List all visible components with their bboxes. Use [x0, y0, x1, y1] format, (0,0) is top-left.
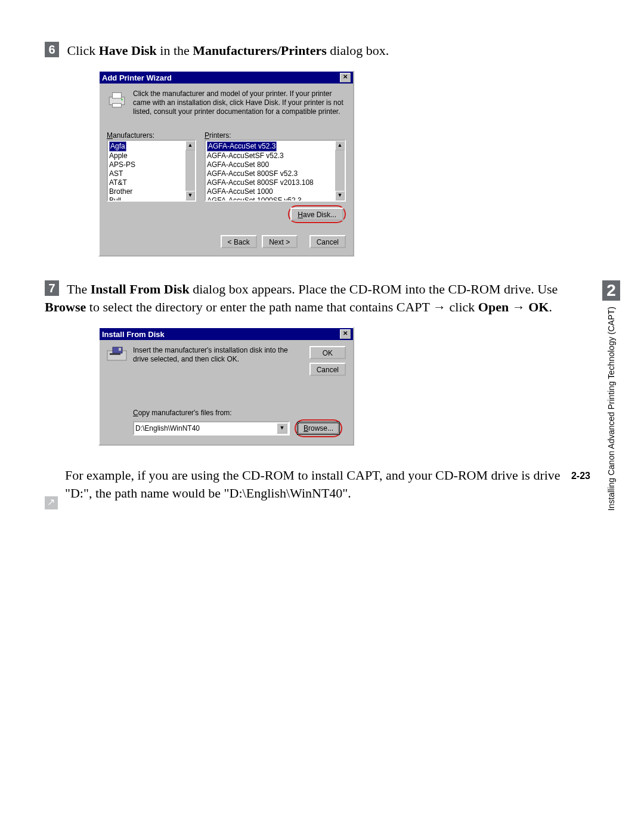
step-7-line: 7 The Install From Disk dialog box appea…	[45, 280, 572, 316]
copy-from-label: Copy manufacturer's files from:	[133, 409, 346, 417]
step-6-line: 6 Click Have Disk in the Manufacturers/P…	[45, 42, 572, 60]
printers-listbox[interactable]: AGFA-AccuSet v52.3 AGFA-AccuSetSF v52.3 …	[205, 140, 346, 202]
svg-rect-1	[113, 92, 122, 98]
side-chapter-tab: 2 Installing Canon Advanced Printing Tec…	[602, 280, 620, 511]
list-item[interactable]: Bull	[109, 196, 121, 202]
install-disk-title: Install From Disk	[102, 330, 165, 339]
list-item[interactable]: Apple	[109, 152, 128, 160]
ok-button[interactable]: OK	[309, 346, 346, 359]
install-from-disk-dialog: Install From Disk ✕ Insert the manufactu…	[98, 327, 354, 446]
printer-icon	[107, 89, 127, 110]
chevron-down-icon[interactable]: ▼	[277, 423, 287, 434]
scroll-down-icon[interactable]: ▼	[335, 191, 345, 200]
browse-highlight: Browse...	[295, 419, 342, 437]
manufacturers-label: Manufacturers:	[107, 131, 196, 140]
scroll-down-icon[interactable]: ▼	[185, 191, 195, 200]
have-disk-highlight: Have Disk...	[288, 205, 346, 223]
list-item[interactable]: AGFA-AccuSet 800	[207, 160, 269, 169]
side-chapter-number: 2	[602, 280, 620, 301]
cancel-button[interactable]: Cancel	[309, 363, 346, 376]
cancel-button[interactable]: Cancel	[309, 235, 346, 248]
list-item[interactable]: AGFA-AccuSet 1000SF v52.3	[207, 196, 302, 202]
path-combobox[interactable]: D:\English\WinNT40 ▼	[133, 421, 290, 435]
list-item[interactable]: AGFA-AccuSet 800SF v52.3	[207, 169, 298, 178]
have-disk-button[interactable]: Have Disk...	[290, 208, 343, 221]
list-item[interactable]: APS-PS	[109, 160, 135, 169]
path-value: D:\English\WinNT40	[135, 424, 200, 432]
arrow-icon	[45, 496, 58, 509]
list-item[interactable]: Agfa	[109, 141, 126, 152]
floppy-drive-icon	[107, 346, 127, 364]
step-7-text: The Install From Disk dialog box appears…	[45, 282, 558, 314]
list-item[interactable]: AGFA-AccuSet 1000	[207, 187, 273, 196]
svg-rect-7	[119, 348, 121, 351]
svg-rect-2	[113, 103, 122, 107]
add-printer-titlebar: Add Printer Wizard ✕	[100, 72, 353, 84]
list-item[interactable]: AGFA-AccuSet 800SF v2013.108	[207, 178, 314, 187]
list-item[interactable]: AGFA-AccuSet v52.3	[207, 141, 277, 152]
svg-point-3	[121, 99, 123, 101]
scrollbar[interactable]: ▲ ▼	[185, 141, 195, 200]
manufacturers-listbox[interactable]: Agfa Apple APS-PS AST AT&T Brother Bull …	[107, 140, 196, 202]
page-number: 2-23	[571, 471, 590, 481]
close-icon[interactable]: ✕	[340, 73, 351, 82]
back-button[interactable]: < Back	[221, 235, 257, 248]
browse-button[interactable]: Browse...	[297, 422, 340, 435]
next-button[interactable]: Next >	[262, 235, 298, 248]
list-item[interactable]: AT&T	[109, 178, 127, 187]
install-disk-instructions: Insert the manufacturer's installation d…	[133, 346, 304, 364]
post-step-7-paragraph: For example, if you are using the CD-ROM…	[45, 466, 572, 502]
add-printer-wizard-dialog: Add Printer Wizard ✕ Click the manufactu…	[98, 70, 354, 257]
add-printer-instructions: Click the manufacturer and model of your…	[133, 89, 346, 116]
list-item[interactable]: AGFA-AccuSetSF v52.3	[207, 152, 284, 160]
scroll-up-icon[interactable]: ▲	[335, 141, 345, 150]
side-chapter-label: Installing Canon Advanced Printing Techn…	[606, 307, 616, 511]
install-disk-titlebar: Install From Disk ✕	[100, 328, 353, 340]
close-icon[interactable]: ✕	[340, 329, 351, 339]
step-7-number: 7	[45, 280, 59, 296]
list-item[interactable]: AST	[109, 169, 123, 178]
list-item[interactable]: Brother	[109, 187, 132, 196]
scroll-up-icon[interactable]: ▲	[185, 141, 195, 150]
step-6-number: 6	[45, 42, 59, 57]
scrollbar[interactable]: ▲ ▼	[335, 141, 345, 200]
step-6-text: Click Have Disk in the Manufacturers/Pri…	[67, 43, 389, 58]
printers-label: Printers:	[205, 131, 346, 140]
add-printer-title: Add Printer Wizard	[102, 73, 172, 82]
